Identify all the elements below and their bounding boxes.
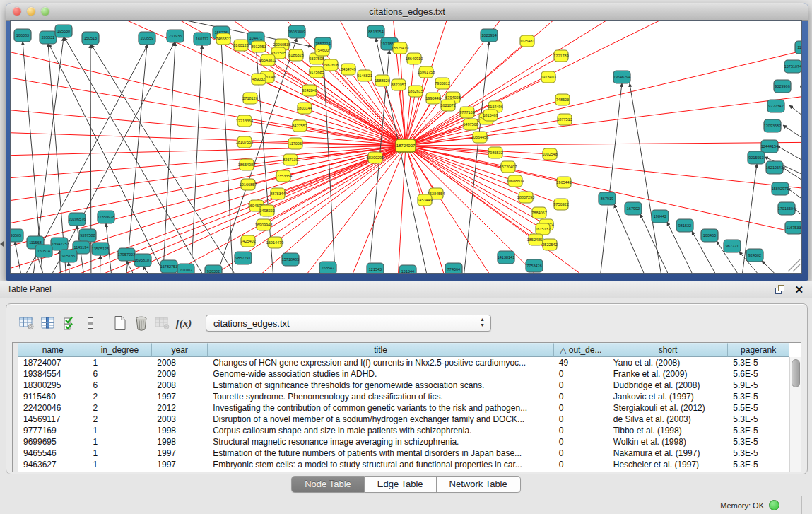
- delete-table-icon[interactable]: [152, 314, 173, 332]
- column-header[interactable]: pagerank: [728, 343, 789, 357]
- status-bar: Memory: OK: [0, 496, 812, 514]
- table-panel-title: Table Panel: [7, 284, 52, 294]
- svg-text:12444154: 12444154: [761, 144, 778, 148]
- table-cell: Estimation of the future numbers of pati…: [208, 448, 554, 459]
- svg-text:104471: 104471: [249, 36, 262, 40]
- tab-network-table[interactable]: Network Table: [437, 476, 521, 493]
- svg-text:1621072: 1621072: [440, 103, 455, 107]
- close-panel-icon[interactable]: ✕: [794, 284, 804, 295]
- table-cell: 49: [554, 357, 608, 368]
- table-cell: 22420046: [18, 402, 88, 414]
- table-row[interactable]: 911546021997Tourette syndrome. Phenomeno…: [18, 391, 789, 402]
- svg-text:15720407: 15720407: [500, 165, 517, 169]
- svg-text:763542: 763542: [322, 266, 334, 270]
- svg-text:981532: 981532: [678, 223, 691, 228]
- svg-text:6794028: 6794028: [445, 95, 460, 100]
- svg-text:17957223: 17957223: [118, 252, 135, 257]
- svg-text:167902: 167902: [627, 206, 640, 211]
- table-cell: 0: [554, 448, 608, 459]
- svg-text:7986532: 7986532: [488, 151, 502, 155]
- row-select-icon[interactable]: [59, 314, 80, 332]
- table-row[interactable]: 2242004622012Investigating the contribut…: [18, 402, 789, 414]
- svg-text:12213364: 12213364: [236, 119, 253, 123]
- table-type-tabs: Node TableEdge TableNetwork Table: [0, 476, 812, 493]
- svg-text:18107552: 18107552: [236, 140, 253, 144]
- svg-text:1453449: 1453449: [417, 198, 432, 202]
- svg-text:20206576: 20206576: [69, 217, 86, 221]
- table-cell: 1: [88, 357, 153, 368]
- table-row[interactable]: 1872400712008Changes of HCN gene express…: [18, 357, 789, 368]
- svg-text:13505125: 13505125: [92, 247, 109, 251]
- table-cell: 5.3E-5: [728, 436, 789, 448]
- svg-text:151344: 151344: [401, 269, 414, 274]
- memory-ok-icon[interactable]: [769, 500, 779, 510]
- table-selector-dropdown[interactable]: citations_edges.txt ▲▼: [206, 315, 491, 332]
- svg-text:18524851: 18524851: [527, 238, 544, 242]
- table-row[interactable]: 946362711997Embryonic stem cells: a mode…: [18, 459, 789, 470]
- table-cell: Genome-wide association studies in ADHD.: [208, 368, 554, 380]
- table-cell: 5.3E-5: [728, 425, 789, 436]
- delete-entry-icon[interactable]: [131, 314, 152, 332]
- table-header-row: namein_degreeyeartitle△ out_de...shortpa…: [18, 343, 789, 357]
- column-header[interactable]: △ out_de...: [554, 343, 608, 357]
- table-cell: 2: [88, 402, 153, 414]
- table-cell: 2: [88, 391, 153, 402]
- splitter-collapse-icon[interactable]: [0, 241, 4, 247]
- table-cell: 2009: [152, 368, 208, 380]
- table-row[interactable]: 946554611997Estimation of the future num…: [18, 448, 789, 459]
- svg-text:15892971: 15892971: [772, 187, 789, 191]
- svg-text:198442: 198442: [654, 214, 666, 218]
- svg-text:936302: 936302: [207, 269, 220, 274]
- column-header[interactable]: year: [152, 343, 208, 357]
- table-panel: Table Panel ✕: [0, 281, 812, 514]
- svg-text:117006: 117006: [289, 141, 302, 146]
- new-table-icon[interactable]: [110, 314, 131, 332]
- table-row[interactable]: 1830029562008Estimation of significance …: [18, 380, 789, 391]
- column-header[interactable]: name: [18, 343, 88, 357]
- table-cell: Estimation of significance thresholds fo…: [208, 380, 554, 391]
- memory-status-label: Memory: OK: [720, 501, 764, 510]
- svg-text:193505: 193505: [10, 233, 21, 238]
- table-cell: Embryonic stem cells: a model to study s…: [208, 459, 554, 470]
- float-panel-icon[interactable]: [775, 285, 784, 294]
- table-row[interactable]: 969969511998Structural magnetic resonanc…: [18, 436, 789, 448]
- svg-text:8160128: 8160128: [233, 43, 248, 47]
- column-header[interactable]: in_degree: [88, 343, 153, 357]
- svg-text:18654988: 18654988: [238, 163, 255, 167]
- column-header[interactable]: title: [208, 343, 554, 357]
- table-cell: Investigating the contribution of common…: [208, 402, 554, 414]
- panel-mode-icon[interactable]: [80, 314, 101, 332]
- table-cell: 0: [554, 425, 608, 436]
- table-row[interactable]: 1938455462009Genome-wide association stu…: [18, 368, 789, 380]
- svg-text:1145194: 1145194: [73, 245, 88, 250]
- svg-text:489032: 489032: [252, 77, 265, 81]
- column-visibility-icon[interactable]: [37, 314, 59, 332]
- svg-text:9175685: 9175685: [309, 70, 324, 74]
- svg-text:774564: 774564: [447, 267, 460, 271]
- table-cell: Nakamura et al. (1997): [608, 448, 729, 459]
- svg-text:2803144: 2803144: [297, 106, 312, 110]
- svg-text:2522542: 2522542: [542, 243, 557, 247]
- svg-text:748503: 748503: [556, 98, 569, 102]
- column-header[interactable]: short: [608, 343, 729, 357]
- svg-text:1125481: 1125481: [519, 39, 534, 43]
- tab-edge-table[interactable]: Edge Table: [365, 476, 437, 493]
- table-row[interactable]: 977716911998Corpus callosum shape and si…: [18, 425, 789, 436]
- scrollbar-thumb[interactable]: [792, 359, 800, 387]
- network-canvas[interactable]: 1660832055311955301505132035592319361601…: [10, 20, 802, 274]
- svg-text:8454749: 8454749: [341, 67, 355, 71]
- function-builder-icon[interactable]: f(x): [173, 314, 194, 332]
- table-row[interactable]: 1456911722003Disruption of a novel membe…: [18, 414, 789, 425]
- dropdown-stepper-icon: ▲▼: [480, 317, 485, 328]
- table-cell: 5.9E-5: [728, 380, 789, 391]
- table-scrollbar[interactable]: [789, 357, 801, 472]
- svg-text:8878344: 8878344: [270, 192, 285, 196]
- table-options-icon[interactable]: [16, 314, 37, 332]
- table-cell: 5.3E-5: [728, 448, 789, 459]
- window-titlebar[interactable]: citations_edges.txt: [6, 3, 808, 21]
- table-cell: 1: [88, 448, 153, 459]
- table-toolbar: f(x) citations_edges.txt ▲▼: [16, 313, 491, 334]
- svg-text:1167533: 1167533: [786, 226, 801, 230]
- table-cell: Tourette syndrome. Phenomenology and cla…: [208, 391, 554, 402]
- tab-node-table[interactable]: Node Table: [291, 476, 365, 493]
